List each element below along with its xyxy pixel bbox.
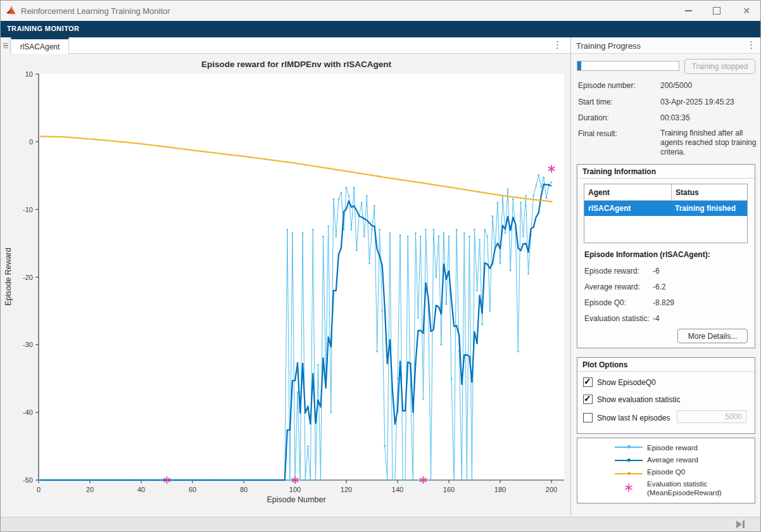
close-icon: ✕ — [743, 6, 750, 15]
svg-text:20: 20 — [86, 486, 94, 493]
legend-label-eval-line2: (MeanEpisodeReward) — [647, 488, 722, 497]
svg-text:80: 80 — [240, 486, 248, 493]
training-stopped-button[interactable]: Training stopped — [684, 59, 755, 74]
field-value: 03-Apr-2025 19:45:23 — [660, 98, 734, 106]
legend-line-episode-reward — [615, 446, 643, 448]
window-title: Reinforcement Learning Training Monitor — [21, 6, 170, 16]
status-bar — [1, 517, 760, 532]
training-plot: -50-40-30-20-100100204060801001201401601… — [1, 54, 569, 514]
svg-text:160: 160 — [443, 486, 455, 493]
legend-line-average-reward — [615, 460, 643, 461]
legend-label: Episode reward — [647, 443, 698, 452]
column-header-agent[interactable]: Agent — [584, 184, 672, 200]
training-progress-menu-button[interactable]: ⋮ — [746, 39, 756, 51]
field-label: Episode number: — [578, 81, 636, 90]
checkbox-icon — [583, 377, 593, 387]
checkbox-show-last-n-episodes[interactable]: Show last N episodes — [583, 413, 670, 422]
more-details-label: More Details... — [688, 332, 737, 341]
field-label: Final result: — [578, 129, 617, 138]
episode-field-value: -6.2 — [653, 282, 666, 291]
checkbox-icon — [583, 413, 593, 422]
training-information-title: Training Information — [577, 165, 755, 179]
checkbox-label: Show evaluation statistic — [597, 395, 680, 404]
tab-label: rlSACAgent — [20, 42, 60, 51]
title-bar: Reinforcement Learning Training Monitor — [1, 1, 760, 21]
training-stopped-label: Training stopped — [692, 62, 748, 71]
episode-field-label: Episode reward: — [584, 267, 639, 276]
field-label: Duration: — [578, 113, 609, 122]
n-episodes-input[interactable] — [677, 410, 746, 423]
episode-information-title: Episode Information (rlSACAgent): — [584, 250, 710, 259]
svg-text:-30: -30 — [23, 341, 33, 348]
legend-label: Average reward — [647, 455, 698, 464]
tab-grip-icon[interactable] — [1, 37, 11, 54]
svg-text:0: 0 — [37, 486, 41, 493]
kebab-menu-icon: ⋮ — [553, 39, 562, 50]
table-header-row: Agent Status — [584, 184, 747, 201]
status-cell: Training finished — [671, 201, 736, 216]
episode-field-label: Episode Q0: — [584, 298, 626, 307]
svg-text:40: 40 — [137, 486, 145, 493]
skip-to-end-button[interactable] — [736, 521, 745, 528]
episode-field-value: -6 — [653, 267, 660, 276]
svg-text:120: 120 — [341, 486, 352, 493]
maximize-button[interactable] — [703, 1, 731, 21]
checkbox-show-evaluation-statistic[interactable]: Show evaluation statistic — [583, 395, 680, 404]
svg-text:10: 10 — [25, 70, 33, 78]
episode-field-label: Evaluation statistic: — [584, 314, 650, 323]
field-value: 200/5000 — [660, 81, 692, 90]
svg-text:Episode Reward: Episode Reward — [4, 248, 13, 306]
column-header-status[interactable]: Status — [672, 184, 747, 200]
more-details-button[interactable]: More Details... — [677, 329, 748, 343]
kebab-menu-icon: ⋮ — [746, 39, 756, 50]
field-value: Training finished after all agents reach… — [660, 129, 757, 157]
training-progress-title: Training Progress — [576, 41, 641, 51]
minimize-icon — [685, 10, 692, 11]
episode-field-value: -4 — [653, 314, 660, 323]
svg-text:-10: -10 — [23, 206, 33, 213]
tab-rlsacagent[interactable]: rlSACAgent — [11, 37, 69, 54]
agent-cell: rlSACAgent — [584, 201, 671, 216]
svg-text:180: 180 — [494, 486, 506, 493]
legend-asterisk-icon — [624, 483, 634, 493]
checkbox-label: Show EpisodeQ0 — [597, 378, 656, 387]
episode-field-value: -8.829 — [653, 298, 674, 307]
plot-panel: -50-40-30-20-100100204060801001201401601… — [1, 54, 570, 517]
progress-fill — [577, 61, 581, 70]
checkbox-show-episodeq0[interactable]: Show EpisodeQ0 — [583, 377, 656, 387]
svg-text:200: 200 — [546, 486, 557, 493]
ribbon-tab-training-monitor[interactable]: TRAINING MONITOR — [7, 25, 79, 32]
close-button[interactable]: ✕ — [733, 1, 760, 21]
field-label: Start time: — [578, 98, 613, 106]
document-tab-strip — [1, 37, 570, 54]
legend-line-episode-q0 — [615, 473, 643, 474]
svg-text:140: 140 — [392, 486, 403, 493]
matlab-logo-icon — [6, 5, 17, 16]
svg-text:-50: -50 — [23, 476, 33, 484]
legend-label: Episode Q0 — [647, 467, 685, 476]
field-value: 00:03:35 — [660, 113, 690, 122]
svg-text:100: 100 — [289, 486, 301, 493]
skip-to-end-icon — [736, 521, 742, 528]
training-progress-bar — [577, 61, 679, 71]
episode-field-label: Average reward: — [584, 282, 640, 291]
svg-text:Episode reward for rlMDPEnv wi: Episode reward for rlMDPEnv with rlSACAg… — [201, 60, 392, 69]
ribbon-bar — [1, 21, 760, 37]
plot-panel-menu-button[interactable]: ⋮ — [553, 39, 562, 51]
table-row[interactable]: rlSACAgent Training finished — [584, 201, 747, 216]
maximize-icon — [713, 7, 720, 15]
plot-options-title: Plot Options — [577, 358, 755, 372]
minimize-button[interactable] — [674, 1, 702, 21]
svg-text:Episode Number: Episode Number — [267, 495, 325, 504]
svg-text:-40: -40 — [23, 408, 33, 416]
checkbox-label: Show last N episodes — [597, 414, 670, 422]
svg-text:-20: -20 — [23, 274, 33, 281]
app-window: Reinforcement Learning Training Monitor … — [0, 0, 761, 532]
legend-label-eval-line1: Evaluation statistic — [647, 479, 707, 488]
checkbox-icon — [583, 395, 593, 404]
agent-status-table: Agent Status rlSACAgent Training finishe… — [584, 184, 748, 243]
svg-text:0: 0 — [29, 138, 33, 146]
svg-text:60: 60 — [189, 486, 196, 493]
